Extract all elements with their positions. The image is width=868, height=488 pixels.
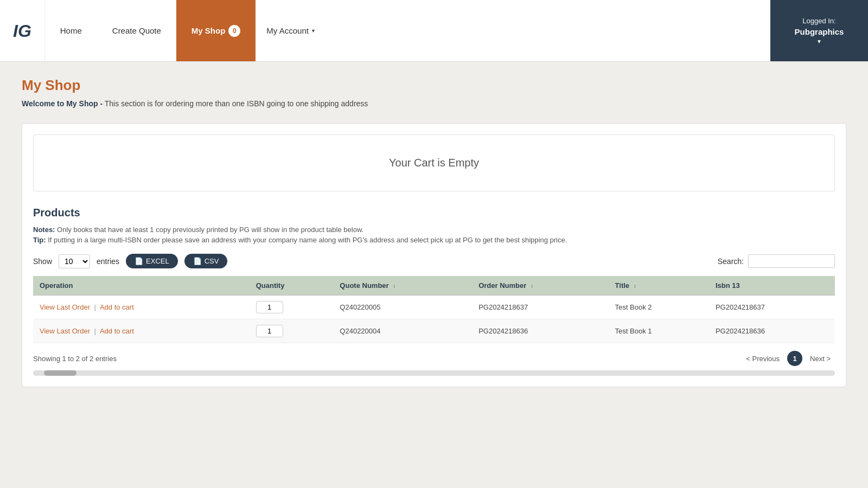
sort-arrow-title: ↕	[634, 283, 636, 289]
nav-home[interactable]: Home	[45, 0, 97, 61]
toolbar-right: Search:	[718, 254, 835, 268]
col-title: Title ↕	[609, 276, 709, 296]
csv-label: CSV	[205, 257, 219, 265]
table-row: View Last Order | Add to cart Q240220004…	[33, 319, 835, 343]
quantity-input-0[interactable]	[256, 301, 283, 313]
cell-operation-1: View Last Order | Add to cart	[33, 319, 250, 343]
col-order-number: Order Number ↕	[472, 276, 608, 296]
tip-text: Tip: If putting in a large multi-ISBN or…	[33, 236, 835, 244]
page-title: My Shop	[22, 77, 846, 94]
table-row: View Last Order | Add to cart Q240220005…	[33, 296, 835, 319]
cell-title-0: Test Book 2	[609, 296, 709, 319]
pagination-controls: < Previous 1 Next >	[742, 351, 835, 366]
logged-in-chevron-icon: ▼	[816, 38, 822, 44]
entries-label: entries	[97, 257, 119, 266]
logged-in-name: Pubgraphics	[795, 27, 844, 36]
nav-my-account-chevron-icon: ▾	[312, 28, 315, 34]
nav-my-account[interactable]: My Account ▾	[256, 0, 326, 61]
scroll-area	[33, 370, 835, 376]
main-card: Your Cart is Empty Products Notes: Only …	[22, 123, 846, 387]
notes-bold: Notes:	[33, 226, 55, 234]
search-label: Search:	[718, 257, 744, 266]
nav-my-shop-label: My Shop	[192, 26, 226, 35]
pagination-row: Showing 1 to 2 of 2 entries < Previous 1…	[33, 351, 835, 366]
add-to-cart-link-1[interactable]: Add to cart	[100, 327, 134, 335]
quantity-input-1[interactable]	[256, 325, 283, 337]
csv-button[interactable]: 📄 CSV	[184, 254, 228, 268]
cart-empty-message: Your Cart is Empty	[389, 157, 479, 169]
nav-my-account-label: My Account	[266, 26, 309, 35]
main-content: My Shop Welcome to My Shop - This sectio…	[0, 62, 868, 402]
tip-body: If putting in a large multi-ISBN order p…	[48, 236, 567, 244]
notes-body: Only books that have at least 1 copy pre…	[57, 226, 363, 234]
cell-order-0: PG2024218637	[472, 296, 608, 319]
table-toolbar: Show 10 25 50 100 entries 📄 EXCEL 📄 C	[33, 254, 835, 268]
page-subtitle-text: This section is for ordering more than o…	[105, 99, 368, 108]
excel-icon: 📄	[135, 257, 143, 265]
scroll-thumb[interactable]	[44, 370, 76, 376]
logged-in-label: Logged In:	[802, 17, 835, 25]
logo: IG	[0, 0, 45, 61]
cart-empty: Your Cart is Empty	[33, 134, 835, 191]
products-section: Products Notes: Only books that have at …	[33, 207, 835, 376]
showing-text: Showing 1 to 2 of 2 entries	[33, 355, 117, 363]
cell-isbn13-0: PG2024218637	[709, 296, 835, 319]
cell-quote-0: Q240220005	[333, 296, 472, 319]
show-label: Show	[33, 257, 52, 266]
col-isbn13: Isbn 13	[709, 276, 835, 296]
products-table: Operation Quantity Quote Number ↕ Order …	[33, 276, 835, 343]
table-header-row: Operation Quantity Quote Number ↕ Order …	[33, 276, 835, 296]
col-operation: Operation	[33, 276, 250, 296]
next-button[interactable]: Next >	[806, 352, 835, 365]
add-to-cart-link-0[interactable]: Add to cart	[100, 303, 134, 311]
toolbar-left: Show 10 25 50 100 entries 📄 EXCEL 📄 C	[33, 254, 227, 268]
nav-links: Home Create Quote My Shop 0 My Account ▾	[45, 0, 770, 61]
nav-create-quote[interactable]: Create Quote	[97, 0, 176, 61]
sep-1: |	[94, 327, 96, 335]
nav-my-shop-badge: 0	[228, 25, 240, 37]
cell-isbn13-1: PG2024218636	[709, 319, 835, 343]
nav-logged-in[interactable]: Logged In: Pubgraphics ▼	[770, 0, 868, 61]
logo-text: IG	[13, 22, 31, 40]
navbar: IG Home Create Quote My Shop 0 My Accoun…	[0, 0, 868, 62]
products-title: Products	[33, 207, 835, 219]
tip-bold: Tip:	[33, 236, 46, 244]
current-page[interactable]: 1	[787, 351, 802, 366]
view-last-order-link-0[interactable]: View Last Order	[40, 303, 90, 311]
excel-button[interactable]: 📄 EXCEL	[126, 254, 178, 268]
cell-quote-1: Q240220004	[333, 319, 472, 343]
csv-icon: 📄	[193, 257, 202, 265]
col-quantity: Quantity	[250, 276, 334, 296]
show-select[interactable]: 10 25 50 100	[59, 254, 90, 268]
page-subtitle: Welcome to My Shop - This section is for…	[22, 99, 846, 108]
cell-order-1: PG2024218636	[472, 319, 608, 343]
sort-arrow-quote: ↕	[393, 283, 395, 289]
col-quote-number: Quote Number ↕	[333, 276, 472, 296]
previous-button[interactable]: < Previous	[742, 352, 784, 365]
page-subtitle-bold: Welcome to My Shop -	[22, 99, 103, 108]
cell-quantity-0	[250, 296, 334, 319]
notes-text: Notes: Only books that have at least 1 c…	[33, 226, 835, 234]
cell-operation-0: View Last Order | Add to cart	[33, 296, 250, 319]
search-input[interactable]	[748, 254, 835, 268]
cell-title-1: Test Book 1	[609, 319, 709, 343]
excel-label: EXCEL	[146, 257, 169, 265]
cell-quantity-1	[250, 319, 334, 343]
sep-0: |	[94, 303, 96, 311]
view-last-order-link-1[interactable]: View Last Order	[40, 327, 90, 335]
sort-arrow-order: ↕	[531, 283, 533, 289]
nav-my-shop[interactable]: My Shop 0	[176, 0, 256, 61]
